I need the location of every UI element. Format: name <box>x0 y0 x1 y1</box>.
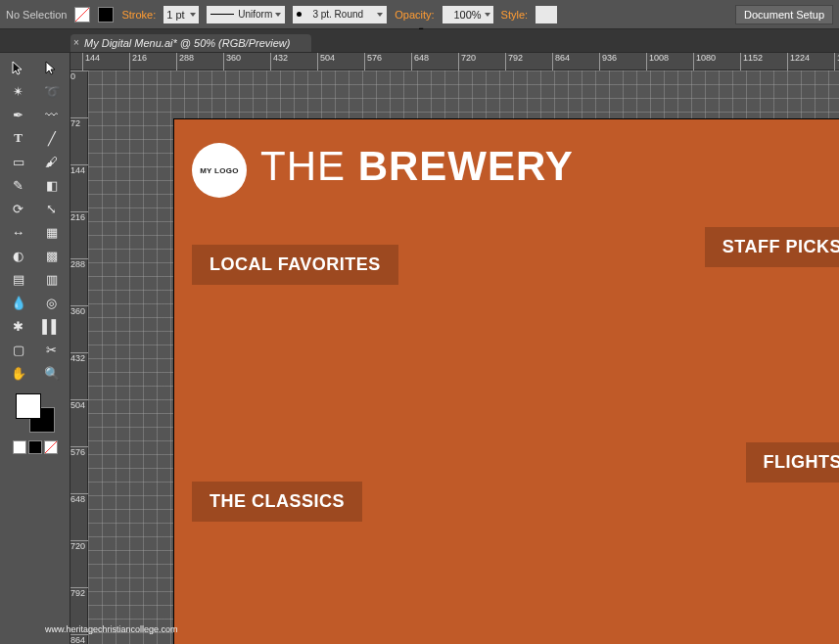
logo-placeholder: MY LOGO <box>192 143 247 198</box>
artwork-title: THE BREWERY <box>260 143 574 190</box>
document-tab-bar: × My Digital Menu.ai* @ 50% (RGB/Preview… <box>0 29 839 53</box>
color-mode-solid[interactable] <box>13 440 26 454</box>
eyedropper-tool[interactable]: 💧 <box>4 292 33 313</box>
fill-color-box[interactable] <box>16 393 41 419</box>
document-tab-title: My Digital Menu.ai* @ 50% (RGB/Preview) <box>84 37 290 49</box>
slice-tool[interactable]: ✂ <box>37 339 67 360</box>
magic-wand-tool[interactable]: ✴ <box>4 80 33 102</box>
watermark: www.heritagechristiancollege.com <box>45 624 178 634</box>
canvas[interactable]: MY LOGO THE BREWERY LOCAL FAVORITES STAF… <box>88 70 839 644</box>
stroke-weight-input[interactable]: 1 pt <box>163 6 199 23</box>
category-box: LOCAL FAVORITES <box>192 245 398 285</box>
gradient-tool[interactable]: ▥ <box>37 268 67 290</box>
title-bold: BREWERY <box>358 143 574 189</box>
shape-builder-tool[interactable]: ◐ <box>4 245 33 266</box>
artboard-tool[interactable]: ▢ <box>4 339 33 360</box>
horizontal-ruler[interactable]: 1442162883604325045766487207928649361008… <box>70 53 839 70</box>
selection-tool[interactable] <box>4 57 33 78</box>
category-box: FLIGHTS <box>746 442 840 483</box>
hand-tool[interactable]: ✋ <box>4 362 33 384</box>
direct-selection-tool[interactable] <box>37 57 67 78</box>
stroke-swatch[interactable] <box>98 7 114 23</box>
free-transform-tool[interactable]: ▦ <box>37 221 67 243</box>
color-mode-none[interactable] <box>44 440 58 454</box>
style-label: Style: <box>501 9 529 21</box>
mesh-tool[interactable]: ▤ <box>4 268 33 290</box>
fill-swatch[interactable] <box>74 7 90 23</box>
color-mode-row <box>13 440 58 454</box>
tools-panel: ✴ ➰ ✒ 〰 T ╱ ▭ 🖌 ✎ ◧ ⟳ ⤡ ↔ ▦ ◐ ▩ ▤ ▥ 💧 ◎ … <box>0 53 70 644</box>
rotate-tool[interactable]: ⟳ <box>4 198 33 219</box>
selection-state: No Selection <box>6 9 67 21</box>
curvature-tool[interactable]: 〰 <box>37 104 67 125</box>
options-bar: No Selection Stroke: 1 pt Uniform 3 pt. … <box>0 0 839 29</box>
color-mode-gradient[interactable] <box>28 440 42 454</box>
fill-stroke-indicator[interactable] <box>16 393 55 433</box>
stroke-label: Stroke: <box>121 9 156 21</box>
artboard[interactable]: MY LOGO THE BREWERY LOCAL FAVORITES STAF… <box>174 119 839 644</box>
vertical-ruler[interactable]: 0721442162883604325045766487207928649361… <box>70 70 88 644</box>
scale-tool[interactable]: ⤡ <box>37 198 67 219</box>
zoom-tool[interactable]: 🔍 <box>37 362 67 384</box>
line-tool[interactable]: ╱ <box>37 127 67 149</box>
opacity-label: Opacity: <box>395 9 434 21</box>
perspective-tool[interactable]: ▩ <box>37 245 67 266</box>
close-icon[interactable]: × <box>73 37 79 48</box>
lasso-tool[interactable]: ➰ <box>37 80 67 102</box>
column-graph-tool[interactable]: ▌▌ <box>37 315 67 337</box>
pencil-tool[interactable]: ✎ <box>4 174 33 196</box>
width-tool[interactable]: ↔ <box>4 221 33 243</box>
artwork: MY LOGO THE BREWERY LOCAL FAVORITES STAF… <box>174 119 839 644</box>
document-tab[interactable]: × My Digital Menu.ai* @ 50% (RGB/Preview… <box>70 34 311 52</box>
title-light: THE <box>260 143 346 189</box>
brush-select[interactable]: 3 pt. Round <box>293 6 387 23</box>
opacity-input[interactable]: 100% <box>443 6 493 23</box>
pen-tool[interactable]: ✒ <box>4 104 33 125</box>
document-setup-button[interactable]: Document Setup <box>735 5 833 24</box>
rectangle-tool[interactable]: ▭ <box>4 151 33 172</box>
style-select[interactable] <box>536 6 557 23</box>
eraser-tool[interactable]: ◧ <box>37 174 67 196</box>
category-box: THE CLASSICS <box>192 482 362 522</box>
category-box: STAFF PICKS <box>705 227 839 267</box>
blend-tool[interactable]: ◎ <box>37 292 67 313</box>
stroke-profile-select[interactable]: Uniform <box>207 6 285 23</box>
paintbrush-tool[interactable]: 🖌 <box>37 151 67 172</box>
type-tool[interactable]: T <box>4 127 33 149</box>
symbol-sprayer-tool[interactable]: ✱ <box>4 315 33 337</box>
